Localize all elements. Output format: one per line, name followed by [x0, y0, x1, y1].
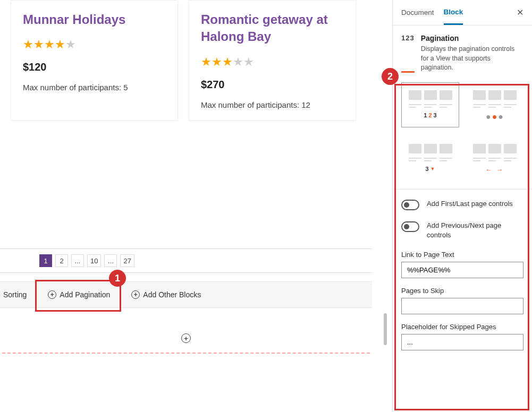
- link-text-label: Link to Page Text: [401, 251, 523, 259]
- style-label: ← →: [485, 166, 504, 174]
- card-title[interactable]: Munnar Holidays: [23, 11, 166, 28]
- star-icon: ★: [201, 55, 212, 68]
- annotation-badge: 1: [109, 270, 126, 287]
- plus-circle-icon: +: [131, 290, 140, 299]
- block-description: Displays the pagination controls for a V…: [421, 45, 523, 73]
- pages-skip-label: Pages to Skip: [401, 287, 523, 295]
- rating-stars: ★★★★★: [201, 55, 344, 69]
- sidebar-tabs: Document Block ✕: [393, 0, 532, 25]
- page-ellipsis: ...: [104, 254, 117, 267]
- style-option-arrows[interactable]: ← →: [466, 136, 523, 179]
- placeholder-label: Placeholder for Skipped Pages: [401, 323, 523, 331]
- settings-sidebar: Document Block ✕ 123 Pagination Displays…: [392, 0, 532, 412]
- star-icon: ★: [55, 38, 65, 51]
- block-title: Pagination: [421, 34, 523, 42]
- section-divider: [2, 353, 370, 354]
- card-price: $120: [23, 61, 166, 73]
- star-icon: ★: [33, 38, 44, 51]
- style-option-dots[interactable]: ●●●: [466, 82, 523, 127]
- add-other-blocks-button[interactable]: + Add Other Blocks: [121, 290, 212, 299]
- style-label: 1 2 3: [424, 112, 436, 118]
- link-text-input[interactable]: [401, 262, 523, 278]
- card-meta: Max number of participants: 12: [201, 100, 344, 109]
- pages-skip-input[interactable]: [401, 298, 523, 314]
- product-card: Munnar Holidays ★★★★★ $120 Max number of…: [11, 0, 178, 121]
- star-icon: ★: [44, 38, 55, 51]
- star-icon: ★: [23, 38, 33, 51]
- toggle-label: Add First/Last page controls: [427, 199, 513, 209]
- page-button[interactable]: 2: [55, 254, 68, 267]
- annotation-badge: 2: [382, 68, 399, 85]
- add-pagination-button[interactable]: + Add Pagination: [37, 290, 121, 299]
- page-button[interactable]: 1: [39, 254, 52, 267]
- add-other-label: Add Other Blocks: [143, 290, 201, 299]
- plus-circle-icon: +: [48, 290, 56, 299]
- rating-stars: ★★★★★: [23, 38, 166, 52]
- pagination-block-icon: 123: [401, 34, 415, 73]
- page-button[interactable]: 10: [87, 254, 101, 267]
- toggle-prev-next[interactable]: [401, 221, 419, 232]
- star-icon: ★: [233, 55, 243, 68]
- block-header: 123 Pagination Displays the pagination c…: [401, 34, 523, 73]
- scrollbar-thumb[interactable]: [384, 313, 387, 345]
- style-label: ●●●: [486, 112, 503, 122]
- tab-document[interactable]: Document: [401, 1, 434, 24]
- panel-divider: [393, 189, 532, 190]
- style-option-numbers[interactable]: 1 2 3: [401, 82, 459, 127]
- product-card: Romantic getaway at Halong Bay ★★★★★ $27…: [189, 0, 356, 121]
- tab-block[interactable]: Block: [444, 1, 463, 25]
- toggle-first-last[interactable]: [401, 200, 419, 210]
- caret-down-icon: ▼: [430, 166, 435, 171]
- star-icon: ★: [65, 38, 76, 51]
- page-button[interactable]: 27: [120, 254, 134, 267]
- star-icon: ★: [222, 55, 233, 68]
- star-icon: ★: [212, 55, 222, 68]
- star-icon: ★: [243, 55, 254, 68]
- add-block-button[interactable]: +: [181, 333, 191, 343]
- placeholder-input[interactable]: [401, 334, 523, 350]
- style-option-dropdown[interactable]: 3▼: [401, 136, 459, 179]
- page-ellipsis: ...: [71, 254, 84, 267]
- add-pagination-label: Add Pagination: [60, 290, 110, 299]
- card-title[interactable]: Romantic getaway at Halong Bay: [201, 11, 344, 46]
- toggle-label: Add Previous/Next page controls: [427, 221, 523, 240]
- pagination-controls: 1 2 ... 10 ... 27: [0, 248, 372, 273]
- pagination-style-picker: 1 2 3 ●●● 3▼: [401, 82, 523, 179]
- card-price: $270: [201, 79, 344, 91]
- close-icon[interactable]: ✕: [517, 7, 523, 18]
- card-meta: Max number of participants: 5: [23, 83, 166, 92]
- sorting-button[interactable]: Sorting: [0, 290, 37, 299]
- actions-bar: Sorting + Add Pagination + Add Other Blo…: [0, 281, 372, 308]
- style-label: 3▼: [425, 166, 435, 172]
